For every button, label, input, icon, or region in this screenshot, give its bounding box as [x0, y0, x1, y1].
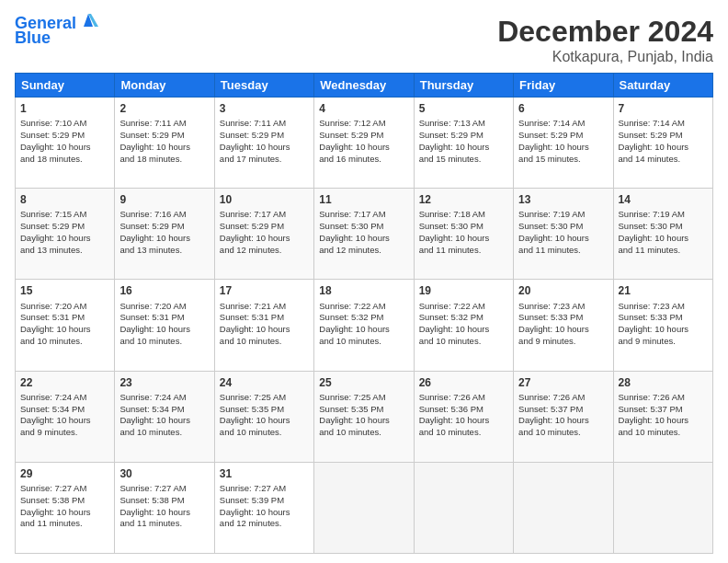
day-number: 1	[20, 101, 109, 116]
day-info: Sunrise: 7:23 AM	[518, 301, 608, 313]
calendar-cell: 5Sunrise: 7:13 AMSunset: 5:29 PMDaylight…	[414, 98, 513, 189]
calendar-cell	[314, 462, 414, 553]
day-info: Sunrise: 7:27 AM	[220, 483, 309, 495]
day-number: 31	[220, 466, 309, 481]
calendar-day-header: Sunday	[16, 74, 115, 98]
day-info: Sunrise: 7:24 AM	[119, 392, 209, 404]
day-number: 8	[20, 192, 109, 207]
calendar-header-row: SundayMondayTuesdayWednesdayThursdayFrid…	[16, 74, 713, 98]
day-info: Daylight: 10 hours	[518, 415, 608, 427]
title-block: December 2024 Kotkapura, Punjab, India	[497, 15, 713, 65]
calendar-day-header: Thursday	[414, 74, 513, 98]
calendar-cell: 17Sunrise: 7:21 AMSunset: 5:31 PMDayligh…	[214, 280, 313, 371]
day-number: 24	[220, 375, 309, 390]
calendar-cell: 4Sunrise: 7:12 AMSunset: 5:29 PMDaylight…	[314, 98, 414, 189]
day-info: Daylight: 10 hours	[419, 415, 508, 427]
day-number: 19	[419, 283, 508, 298]
day-info: and 10 minutes.	[119, 336, 209, 348]
day-info: and 9 minutes.	[20, 427, 109, 439]
day-info: Sunset: 5:29 PM	[419, 130, 508, 142]
day-info: Sunrise: 7:24 AM	[20, 392, 109, 404]
day-info: and 12 minutes.	[220, 518, 309, 530]
day-info: Sunset: 5:29 PM	[119, 130, 209, 142]
day-number: 2	[119, 101, 209, 116]
day-info: Sunrise: 7:25 AM	[319, 392, 408, 404]
day-info: Sunrise: 7:26 AM	[419, 392, 508, 404]
day-info: Sunset: 5:30 PM	[619, 221, 708, 233]
day-info: Daylight: 10 hours	[419, 324, 508, 336]
calendar-cell: 29Sunrise: 7:27 AMSunset: 5:38 PMDayligh…	[16, 462, 115, 553]
calendar-cell: 18Sunrise: 7:22 AMSunset: 5:32 PMDayligh…	[314, 280, 414, 371]
calendar-table: SundayMondayTuesdayWednesdayThursdayFrid…	[15, 73, 713, 554]
day-info: Sunrise: 7:22 AM	[419, 301, 508, 313]
calendar-cell: 8Sunrise: 7:15 AMSunset: 5:29 PMDaylight…	[16, 189, 115, 280]
day-info: Sunset: 5:29 PM	[220, 221, 309, 233]
location-title: Kotkapura, Punjab, India	[497, 49, 713, 65]
day-info: Daylight: 10 hours	[319, 324, 408, 336]
day-info: and 10 minutes.	[419, 336, 508, 348]
day-info: Daylight: 10 hours	[119, 142, 209, 154]
day-info: and 10 minutes.	[220, 427, 309, 439]
calendar-cell: 28Sunrise: 7:26 AMSunset: 5:37 PMDayligh…	[613, 371, 712, 462]
day-info: Sunset: 5:33 PM	[518, 312, 608, 324]
day-info: Sunset: 5:35 PM	[220, 404, 309, 416]
day-info: Sunset: 5:30 PM	[319, 221, 408, 233]
calendar-week-row: 15Sunrise: 7:20 AMSunset: 5:31 PMDayligh…	[16, 280, 713, 371]
day-number: 22	[20, 375, 109, 390]
day-info: Sunset: 5:36 PM	[419, 404, 508, 416]
day-number: 13	[518, 192, 608, 207]
day-info: Sunrise: 7:10 AM	[20, 118, 109, 130]
day-info: Daylight: 10 hours	[220, 233, 309, 245]
day-info: Daylight: 10 hours	[119, 233, 209, 245]
calendar-week-row: 1Sunrise: 7:10 AMSunset: 5:29 PMDaylight…	[16, 98, 713, 189]
day-info: Daylight: 10 hours	[518, 233, 608, 245]
day-info: and 15 minutes.	[419, 154, 508, 166]
calendar-cell	[613, 462, 712, 553]
calendar-cell: 25Sunrise: 7:25 AMSunset: 5:35 PMDayligh…	[314, 371, 414, 462]
calendar-cell: 9Sunrise: 7:16 AMSunset: 5:29 PMDaylight…	[115, 189, 214, 280]
calendar-cell: 11Sunrise: 7:17 AMSunset: 5:30 PMDayligh…	[314, 189, 414, 280]
day-info: Sunrise: 7:22 AM	[319, 301, 408, 313]
day-info: and 9 minutes.	[619, 336, 708, 348]
day-info: Sunrise: 7:20 AM	[20, 301, 109, 313]
day-number: 26	[419, 375, 508, 390]
day-info: Sunrise: 7:19 AM	[518, 209, 608, 221]
calendar-week-row: 8Sunrise: 7:15 AMSunset: 5:29 PMDaylight…	[16, 189, 713, 280]
day-number: 14	[619, 192, 708, 207]
day-number: 27	[518, 375, 608, 390]
day-info: Sunrise: 7:11 AM	[119, 118, 209, 130]
day-info: Sunrise: 7:26 AM	[518, 392, 608, 404]
day-info: Daylight: 10 hours	[419, 142, 508, 154]
page: General Blue December 2024 Kotkapura, Pu…	[0, 0, 728, 563]
day-info: Daylight: 10 hours	[518, 142, 608, 154]
calendar-day-header: Tuesday	[214, 74, 313, 98]
day-info: and 12 minutes.	[319, 245, 408, 257]
day-number: 20	[518, 283, 608, 298]
day-info: Sunrise: 7:14 AM	[619, 118, 708, 130]
day-info: Sunset: 5:29 PM	[619, 130, 708, 142]
day-info: Sunset: 5:30 PM	[419, 221, 508, 233]
day-info: Sunset: 5:32 PM	[419, 312, 508, 324]
day-info: Sunset: 5:39 PM	[220, 495, 309, 507]
day-info: Sunrise: 7:17 AM	[319, 209, 408, 221]
day-info: and 11 minutes.	[419, 245, 508, 257]
calendar-cell: 13Sunrise: 7:19 AMSunset: 5:30 PMDayligh…	[514, 189, 613, 280]
day-info: Sunrise: 7:18 AM	[419, 209, 508, 221]
calendar-cell: 12Sunrise: 7:18 AMSunset: 5:30 PMDayligh…	[414, 189, 513, 280]
calendar-cell: 16Sunrise: 7:20 AMSunset: 5:31 PMDayligh…	[115, 280, 214, 371]
day-info: Sunset: 5:31 PM	[119, 312, 209, 324]
day-info: Daylight: 10 hours	[20, 233, 109, 245]
calendar-cell: 6Sunrise: 7:14 AMSunset: 5:29 PMDaylight…	[514, 98, 613, 189]
day-info: and 11 minutes.	[619, 245, 708, 257]
day-info: Sunset: 5:29 PM	[319, 130, 408, 142]
day-info: Daylight: 10 hours	[419, 233, 508, 245]
calendar-day-header: Wednesday	[314, 74, 414, 98]
day-info: Sunset: 5:37 PM	[619, 404, 708, 416]
day-info: Daylight: 10 hours	[119, 324, 209, 336]
day-info: Sunrise: 7:27 AM	[119, 483, 209, 495]
day-info: Sunset: 5:38 PM	[119, 495, 209, 507]
day-info: Sunset: 5:33 PM	[619, 312, 708, 324]
day-info: Sunset: 5:29 PM	[119, 221, 209, 233]
day-info: Sunrise: 7:11 AM	[220, 118, 309, 130]
day-info: Sunrise: 7:15 AM	[20, 209, 109, 221]
